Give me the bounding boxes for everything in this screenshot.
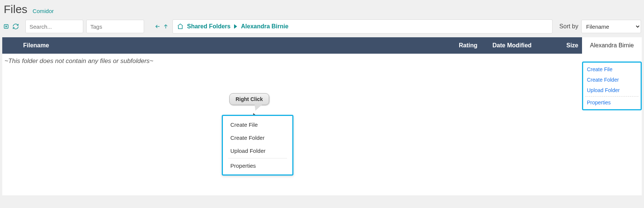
- table-body[interactable]: ~This folder does not contain any files …: [2, 54, 642, 195]
- panel-upload-folder[interactable]: Upload Folder: [583, 85, 641, 95]
- empty-folder-message: ~This folder does not contain any files …: [4, 57, 642, 65]
- clear-filter-icon[interactable]: [3, 23, 10, 30]
- breadcrumb-root[interactable]: Shared Folders: [187, 23, 230, 30]
- svg-marker-5: [234, 24, 237, 29]
- breadcrumb-current[interactable]: Alexandra Birnie: [241, 23, 288, 30]
- context-menu: Create File Create Folder Upload Folder …: [222, 115, 293, 176]
- toolbar: Shared Folders Alexandra Birnie Sort by …: [0, 18, 644, 37]
- breadcrumb: Shared Folders Alexandra Birnie: [172, 19, 553, 34]
- menu-create-folder[interactable]: Create Folder: [223, 131, 292, 144]
- panel-create-file[interactable]: Create File: [583, 64, 641, 75]
- panel-properties[interactable]: Properties: [583, 97, 641, 108]
- page-header: Files Comidor: [0, 0, 644, 18]
- refresh-icon[interactable]: [12, 23, 19, 30]
- col-rating[interactable]: Rating: [459, 42, 492, 49]
- col-size[interactable]: Size: [556, 42, 582, 49]
- menu-divider: [228, 158, 287, 158]
- sort-select[interactable]: Filename: [581, 20, 641, 33]
- table-header: Filename Rating Date Modified Size Alexa…: [2, 37, 642, 54]
- page-title: Files: [4, 3, 27, 16]
- file-table: Filename Rating Date Modified Size Alexa…: [2, 37, 642, 195]
- panel-create-folder[interactable]: Create Folder: [583, 75, 641, 85]
- page-subtitle: Comidor: [32, 8, 54, 14]
- chevron-right-icon: [234, 24, 237, 29]
- nav-up-icon[interactable]: [162, 23, 169, 30]
- col-filename[interactable]: Filename: [2, 42, 459, 49]
- search-input[interactable]: [25, 20, 83, 33]
- actions-panel: Create File Create Folder Upload Folder …: [582, 62, 642, 110]
- sort-label: Sort by: [559, 23, 578, 30]
- home-icon[interactable]: [177, 23, 184, 30]
- nav-back-icon[interactable]: [154, 23, 161, 30]
- col-user: Alexandra Birnie: [582, 37, 642, 54]
- col-date[interactable]: Date Modified: [492, 42, 556, 49]
- tags-input[interactable]: [86, 20, 144, 33]
- menu-upload-folder[interactable]: Upload Folder: [223, 144, 292, 157]
- right-click-tooltip: Right Click: [229, 93, 269, 105]
- menu-properties[interactable]: Properties: [223, 159, 292, 172]
- panel-divider: [585, 96, 638, 97]
- menu-create-file[interactable]: Create File: [223, 118, 292, 131]
